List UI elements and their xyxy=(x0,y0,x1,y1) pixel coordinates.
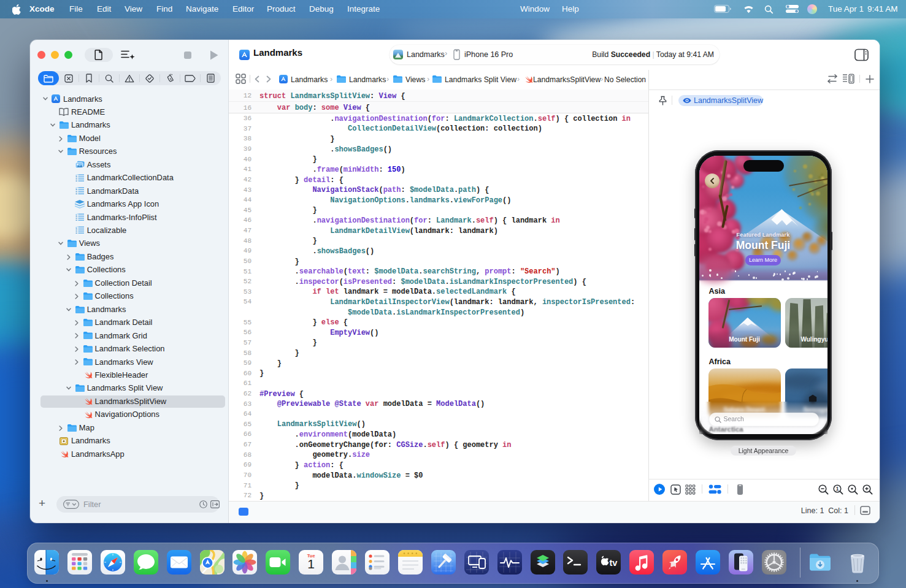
svg-text:tv: tv xyxy=(610,558,618,568)
svg-text:1: 1 xyxy=(836,486,839,492)
